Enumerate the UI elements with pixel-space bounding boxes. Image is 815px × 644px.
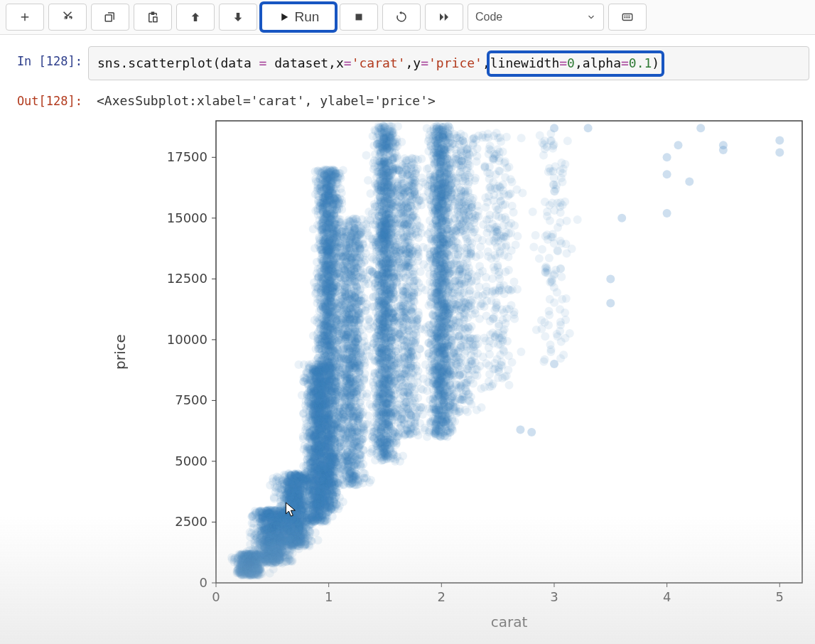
svg-point-8830 bbox=[383, 385, 392, 394]
svg-point-11623 bbox=[465, 264, 473, 272]
svg-point-502 bbox=[266, 569, 274, 578]
svg-point-11845 bbox=[508, 202, 517, 210]
svg-point-12016 bbox=[584, 124, 593, 132]
copy-button[interactable] bbox=[91, 4, 129, 31]
svg-point-2439 bbox=[286, 479, 295, 488]
svg-point-11984 bbox=[558, 201, 567, 210]
svg-point-11875 bbox=[502, 215, 510, 224]
svg-text:4: 4 bbox=[663, 589, 671, 604]
svg-point-5264 bbox=[304, 453, 313, 461]
svg-point-11639 bbox=[455, 408, 463, 417]
svg-point-5838 bbox=[320, 438, 329, 446]
svg-point-5697 bbox=[313, 191, 322, 200]
svg-point-6811 bbox=[333, 299, 341, 308]
svg-point-11793 bbox=[488, 274, 497, 283]
svg-point-11994 bbox=[551, 185, 560, 193]
svg-point-12019 bbox=[663, 209, 671, 218]
svg-point-9532 bbox=[406, 426, 415, 434]
svg-point-5766 bbox=[333, 194, 342, 203]
svg-point-7023 bbox=[342, 387, 351, 395]
svg-point-5799 bbox=[313, 183, 322, 192]
svg-point-11889 bbox=[507, 247, 516, 255]
svg-point-11510 bbox=[468, 322, 476, 331]
svg-point-8836 bbox=[379, 237, 388, 246]
svg-point-2418 bbox=[291, 471, 300, 480]
svg-point-8752 bbox=[388, 402, 396, 410]
svg-point-9011 bbox=[380, 273, 389, 281]
code-input[interactable]: sns.scatterplot(data = dataset,x='carat'… bbox=[88, 46, 809, 80]
move-down-button[interactable] bbox=[219, 4, 257, 31]
restart-run-all-button[interactable] bbox=[425, 4, 463, 31]
svg-point-11685 bbox=[471, 306, 480, 314]
svg-point-7033 bbox=[360, 429, 368, 437]
svg-point-11627 bbox=[457, 146, 465, 154]
svg-point-11542 bbox=[463, 238, 472, 247]
svg-point-11868 bbox=[481, 163, 490, 171]
svg-point-12003 bbox=[544, 321, 553, 329]
svg-point-7040 bbox=[355, 367, 363, 376]
svg-point-10996 bbox=[426, 176, 434, 184]
move-up-button[interactable] bbox=[176, 4, 215, 31]
celltype-label: Code bbox=[475, 11, 502, 23]
svg-point-5813 bbox=[325, 402, 333, 411]
svg-point-8837 bbox=[380, 302, 389, 311]
command-palette-button[interactable] bbox=[608, 4, 647, 31]
svg-point-12024 bbox=[719, 146, 728, 154]
paste-button[interactable] bbox=[134, 4, 172, 31]
svg-point-8833 bbox=[375, 387, 384, 396]
svg-point-9523 bbox=[400, 188, 409, 197]
svg-point-8823 bbox=[380, 148, 389, 156]
svg-point-7005 bbox=[347, 233, 356, 242]
svg-point-12010 bbox=[541, 332, 549, 340]
svg-point-11879 bbox=[491, 223, 500, 232]
svg-point-11951 bbox=[529, 243, 538, 252]
svg-point-11634 bbox=[450, 231, 459, 240]
svg-point-11856 bbox=[505, 381, 514, 390]
interrupt-button[interactable] bbox=[340, 4, 378, 31]
svg-point-8803 bbox=[370, 434, 379, 443]
svg-point-11848 bbox=[473, 340, 482, 348]
play-icon bbox=[278, 11, 291, 23]
svg-point-6909 bbox=[334, 422, 342, 430]
svg-point-5815 bbox=[322, 363, 330, 371]
svg-point-9511 bbox=[408, 382, 416, 391]
svg-point-8684 bbox=[391, 154, 399, 162]
svg-point-5840 bbox=[324, 269, 333, 278]
svg-point-6963 bbox=[354, 262, 362, 270]
svg-point-11602 bbox=[446, 173, 454, 181]
svg-text:12500: 12500 bbox=[167, 271, 207, 286]
svg-point-11989 bbox=[541, 198, 549, 206]
cut-button[interactable] bbox=[48, 4, 87, 31]
svg-point-11846 bbox=[482, 297, 491, 306]
svg-point-6961 bbox=[335, 353, 344, 362]
svg-point-12018 bbox=[663, 153, 671, 161]
svg-point-9524 bbox=[407, 344, 416, 353]
svg-text:2: 2 bbox=[438, 589, 446, 604]
svg-point-6935 bbox=[332, 373, 340, 382]
svg-point-11115 bbox=[434, 146, 443, 154]
celltype-select[interactable]: Code bbox=[468, 4, 604, 31]
svg-point-8821 bbox=[375, 186, 384, 194]
svg-point-11878 bbox=[504, 285, 512, 294]
svg-point-12001 bbox=[549, 167, 557, 176]
svg-point-11701 bbox=[478, 236, 487, 245]
svg-point-11237 bbox=[439, 373, 448, 382]
svg-point-11629 bbox=[448, 159, 457, 167]
svg-point-11769 bbox=[517, 348, 525, 356]
svg-text:2500: 2500 bbox=[175, 514, 207, 529]
insert-cell-button[interactable] bbox=[6, 4, 44, 31]
svg-point-6973 bbox=[355, 294, 363, 302]
restart-button[interactable] bbox=[382, 4, 421, 31]
svg-point-5830 bbox=[325, 181, 334, 190]
svg-point-11975 bbox=[532, 326, 541, 334]
svg-point-11971 bbox=[561, 334, 570, 343]
svg-point-7024 bbox=[352, 438, 361, 446]
svg-point-1422 bbox=[249, 554, 258, 562]
output-text: <AxesSubplot:xlabel='carat', ylabel='pri… bbox=[88, 86, 809, 108]
svg-point-9517 bbox=[413, 216, 421, 225]
svg-point-5816 bbox=[324, 301, 333, 310]
svg-point-3587 bbox=[300, 360, 308, 369]
svg-point-3461 bbox=[298, 391, 306, 399]
svg-point-11354 bbox=[466, 376, 475, 385]
run-button[interactable]: Run bbox=[261, 4, 335, 31]
